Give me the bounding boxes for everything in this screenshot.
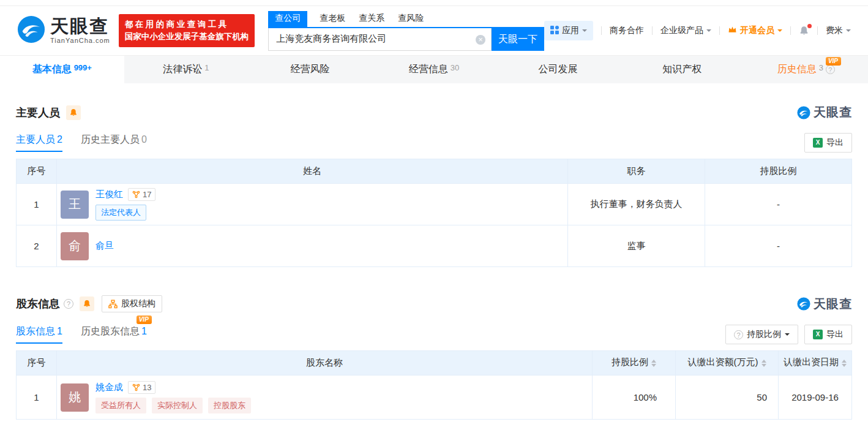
tab-business-info[interactable]: 经营信息 30 — [372, 56, 496, 83]
date-cell: 2019-09-16 — [779, 376, 852, 420]
user-menu[interactable]: 费米 — [826, 25, 851, 36]
enterprise-products-label: 企业级产品 — [660, 25, 703, 36]
ratio-cell: 100% — [593, 376, 676, 420]
vip-badge: VIP — [826, 57, 841, 66]
amount-cell: 50 — [676, 376, 779, 420]
col-index: 序号 — [17, 351, 57, 376]
tab-label: 经营信息 — [409, 63, 448, 76]
search-tab-boss[interactable]: 查老板 — [318, 11, 346, 27]
subtab-history-staff[interactable]: 历史主要人员0 — [81, 134, 147, 152]
username: 费米 — [826, 25, 843, 36]
col-share-ratio: 持股比例 — [705, 159, 852, 184]
relation-count: 13 — [143, 383, 151, 392]
divider — [719, 26, 720, 35]
person-link[interactable]: 姚金成 — [95, 382, 123, 393]
vip-badge: VIP — [137, 315, 152, 324]
clear-search-icon[interactable] — [476, 35, 485, 45]
tianyancha-logo[interactable]: 天眼查 TianYanCha.com — [17, 15, 110, 46]
export-label: 导出 — [826, 137, 844, 148]
slogan-banner: 都在用的商业查询工具 国家中小企业发展子基金旗下机构 — [119, 14, 255, 47]
legal-rep-tag: 法定代表人 — [95, 205, 146, 221]
logo-domain: TianYanCha.com — [50, 37, 110, 44]
relation-count-badge[interactable]: 13 — [128, 381, 155, 394]
subtab-current-shareholders[interactable]: 股东信息1 — [16, 325, 62, 344]
col-label: 认缴出资日期 — [784, 357, 839, 367]
tab-label: 历史信息 — [777, 63, 817, 76]
chevron-down-icon — [582, 29, 587, 34]
excel-icon — [813, 330, 823, 339]
shareholder-table-header-row: 序号 股东名称 持股比例 认缴出资额(万元) 认缴出资日期 — [17, 351, 852, 376]
search-tab-risk[interactable]: 查风险 — [397, 11, 425, 27]
equity-structure-label: 股权结构 — [121, 298, 155, 309]
search-tab-relation[interactable]: 查关系 — [357, 11, 386, 27]
tab-intellectual-property[interactable]: 知识产权 — [620, 56, 744, 83]
divider — [601, 26, 602, 35]
search-area: 查公司 查老板 查关系 查风险 天眼一下 — [268, 11, 544, 51]
divider — [817, 26, 818, 35]
help-icon[interactable] — [64, 299, 73, 309]
ratio-filter-label: 持股比例 — [747, 329, 781, 340]
subscribe-bell-icon[interactable] — [80, 296, 94, 311]
col-subscribed-amount-sortable[interactable]: 认缴出资额(万元) — [676, 351, 779, 376]
chevron-down-icon — [706, 29, 711, 34]
subtab-label: 主要人员 — [16, 134, 55, 145]
tab-count: 30 — [451, 63, 459, 72]
subtab-current-staff[interactable]: 主要人员2 — [16, 134, 62, 152]
search-tab-company[interactable]: 查公司 — [268, 11, 307, 27]
sort-icon — [651, 357, 656, 369]
table-row: 2 俞 俞旦 监事 - — [17, 225, 852, 267]
staff-export-button[interactable]: 导出 — [804, 133, 852, 153]
slogan-line1: 都在用的商业查询工具 — [125, 18, 249, 31]
avatar[interactable]: 姚 — [61, 383, 89, 412]
sort-icon — [761, 357, 766, 369]
search-input[interactable] — [268, 28, 492, 51]
notifications-bell[interactable] — [799, 26, 809, 36]
position-cell: 监事 — [568, 225, 705, 267]
person-link[interactable]: 俞旦 — [95, 240, 114, 251]
tab-operating-risk[interactable]: 经营风险 — [248, 56, 372, 83]
tab-label: 经营风险 — [290, 63, 329, 76]
tab-legal-litigation[interactable]: 法律诉讼 1 — [124, 56, 249, 83]
col-index: 序号 — [17, 159, 57, 184]
top-strip — [0, 0, 868, 6]
search-button[interactable]: 天眼一下 — [492, 28, 544, 51]
table-row: 1 姚 姚金成 13 — [17, 376, 852, 420]
col-subscribed-date-sortable[interactable]: 认缴出资日期 — [779, 351, 852, 376]
tab-label: 知识产权 — [662, 63, 702, 76]
tab-company-development[interactable]: 公司发展 — [496, 56, 620, 83]
logo-title: 天眼查 — [50, 17, 110, 36]
avatar[interactable]: 俞 — [61, 232, 89, 260]
apps-menu[interactable]: 应用 — [544, 21, 593, 40]
open-vip-menu[interactable]: 开通会员 — [728, 25, 782, 36]
export-label: 导出 — [826, 329, 844, 340]
tab-history-info[interactable]: VIP 历史信息 3 — [744, 56, 868, 83]
person-link[interactable]: 王俊红 — [95, 189, 123, 200]
enterprise-products-menu[interactable]: 企业级产品 — [660, 25, 711, 36]
business-cooperation-link[interactable]: 商务合作 — [610, 25, 644, 36]
tab-count: 999+ — [74, 63, 92, 72]
col-name: 姓名 — [57, 159, 568, 184]
apps-grid-icon — [550, 26, 559, 36]
row-index: 1 — [17, 376, 57, 420]
slogan-line2: 国家中小企业发展子基金旗下机构 — [125, 31, 249, 43]
relation-count-badge[interactable]: 17 — [128, 188, 155, 201]
staff-table-header-row: 序号 姓名 职务 持股比例 — [17, 159, 852, 184]
tab-basic-info[interactable]: 基本信息 999+ — [0, 56, 124, 83]
sort-icon — [842, 357, 847, 369]
notification-dot — [807, 24, 812, 28]
shareholder-export-button[interactable]: 导出 — [804, 325, 852, 344]
actual-controller-tag: 实际控制人 — [152, 398, 203, 413]
ratio-filter-dropdown[interactable]: 持股比例 — [725, 325, 798, 344]
subtab-history-shareholders[interactable]: VIP 历史股东信息1 — [81, 325, 147, 344]
shareholder-section-title: 股东信息 — [16, 296, 60, 311]
col-share-ratio-sortable[interactable]: 持股比例 — [593, 351, 676, 376]
ratio-cell: - — [705, 184, 852, 225]
equity-structure-button[interactable]: 股权结构 — [102, 295, 162, 312]
avatar[interactable]: 王 — [61, 191, 89, 219]
subtab-count: 1 — [57, 326, 62, 336]
subscribe-bell-icon[interactable] — [66, 105, 81, 120]
staff-section-header: 主要人员 天眼查 — [16, 104, 852, 121]
help-icon — [734, 330, 743, 339]
subtab-label: 历史股东信息 — [81, 326, 140, 336]
col-label: 持股比例 — [612, 357, 648, 367]
